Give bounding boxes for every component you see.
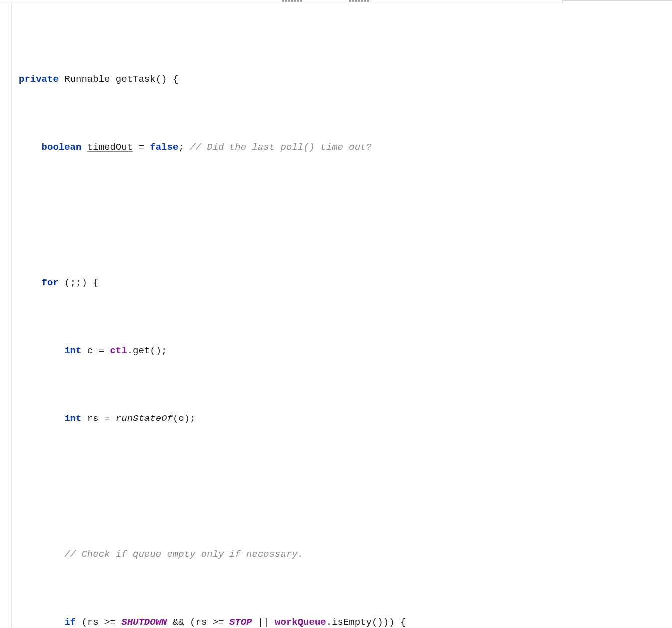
code-editor[interactable]: private Runnable getTask() { boolean tim… <box>0 3 672 628</box>
comment: // Check if queue empty only if necessar… <box>64 549 303 560</box>
editor-gutter <box>0 3 12 628</box>
literal: false <box>150 142 178 153</box>
constant: SHUTDOWN <box>121 617 167 628</box>
code-line[interactable]: if (rs >= SHUTDOWN && (rs >= STOP || wor… <box>19 614 672 628</box>
constant: STOP <box>229 617 252 628</box>
field: ctl <box>110 345 127 356</box>
method-name: getTask <box>116 74 156 85</box>
code-line[interactable]: private Runnable getTask() { <box>19 71 672 88</box>
type: Runnable <box>64 74 110 85</box>
keyword: private <box>19 74 59 85</box>
code-line[interactable] <box>19 478 672 495</box>
code-line[interactable]: boolean timedOut = false; // Did the las… <box>19 139 672 156</box>
static-method: runStateOf <box>116 413 173 424</box>
keyword: int <box>64 345 81 356</box>
variable: timedOut <box>87 142 133 153</box>
keyword: int <box>64 413 81 424</box>
comment: // Did the last poll() time out? <box>190 142 372 153</box>
code-line[interactable]: int rs = runStateOf(c); <box>19 410 672 427</box>
keyword: if <box>64 617 76 628</box>
keyword: for <box>42 277 59 288</box>
field: workQueue <box>275 617 326 628</box>
code-line[interactable] <box>19 207 672 223</box>
keyword: boolean <box>42 142 82 153</box>
code-line[interactable]: for (;;) { <box>19 274 672 291</box>
code-line[interactable]: int c = ctl.get(); <box>19 342 672 359</box>
code-line[interactable]: // Check if queue empty only if necessar… <box>19 546 672 563</box>
